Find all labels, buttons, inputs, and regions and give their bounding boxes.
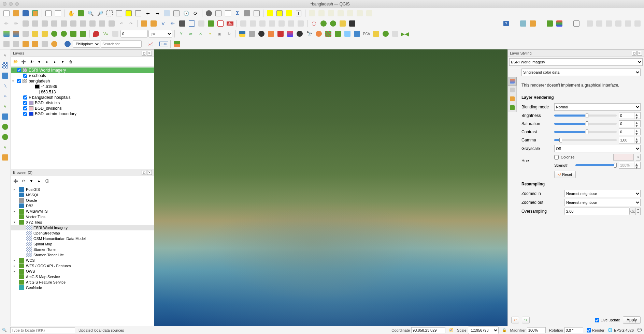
modify-attrs-button[interactable] — [69, 19, 78, 28]
layer-row[interactable]: ▾ESRI World Imagery — [11, 67, 154, 73]
layer-row[interactable]: ▾bangladesh — [11, 78, 154, 84]
resampling-tab[interactable] — [508, 103, 517, 112]
plugin-g2[interactable] — [257, 29, 266, 38]
browser-tree[interactable]: ▸PostGISMSSQLOracleDB2▸WMS/WMTSVector Ti… — [11, 186, 154, 326]
layer-row[interactable]: BGD_divisions — [11, 106, 154, 111]
plugin-g1[interactable] — [247, 29, 256, 38]
add-delimited-button[interactable] — [216, 19, 225, 28]
browser-close-button[interactable]: ✕ — [147, 170, 152, 175]
oversampling-clear-button[interactable]: ⌫ — [630, 208, 636, 215]
render-toggle[interactable]: Render — [587, 327, 604, 333]
layer-visibility-checkbox[interactable] — [23, 95, 27, 100]
ors-tools-button[interactable] — [348, 19, 357, 28]
topo-2-button[interactable]: ≫ — [186, 29, 195, 38]
browser-row[interactable]: ▸OWS — [11, 269, 154, 274]
snap-unit-select[interactable]: px — [148, 30, 172, 37]
label-toolbar-7[interactable] — [365, 9, 374, 18]
styling-redo-button[interactable]: ↷ — [522, 317, 530, 323]
plugin-g15[interactable] — [381, 29, 390, 38]
plugin-d-button[interactable] — [555, 19, 564, 28]
delimited-text-button[interactable]: 9, — [1, 81, 10, 90]
measure-angle-button[interactable] — [252, 9, 261, 18]
oversampling-down[interactable]: ▼ — [636, 211, 640, 215]
shape-digitize-2[interactable] — [248, 19, 257, 28]
colors-button[interactable] — [173, 40, 182, 48]
add-label-button[interactable]: abc — [226, 19, 234, 28]
topo-3-button[interactable]: ✕ — [196, 29, 205, 38]
db-5-button[interactable] — [40, 40, 49, 48]
map-canvas[interactable] — [154, 49, 507, 326]
browser-row[interactable]: ▾XYZ Tiles — [11, 219, 154, 225]
save-edits-button[interactable] — [21, 19, 30, 28]
layer-visibility-checkbox[interactable] — [17, 68, 21, 72]
select-features-button[interactable] — [266, 9, 274, 18]
colorize-checkbox[interactable] — [554, 155, 559, 160]
raster-layer-button[interactable] — [1, 61, 10, 70]
browser-refresh-button[interactable]: ⟳ — [20, 178, 27, 184]
layers-open-button[interactable]: 📂 — [12, 58, 19, 65]
vector-layer-button[interactable]: V — [1, 51, 10, 60]
help-button[interactable]: ? — [502, 19, 511, 28]
styling-undo-button[interactable]: ↶ — [511, 317, 519, 323]
identify-button[interactable] — [204, 9, 213, 18]
pan-to-selection-button[interactable] — [76, 9, 85, 18]
shape-digitize-6[interactable] — [287, 19, 296, 28]
layer-visibility-checkbox[interactable] — [23, 74, 27, 78]
plugin-g6[interactable] — [295, 29, 304, 38]
plugin-g16[interactable] — [391, 29, 400, 38]
plugin-g17[interactable]: ▶◀ — [400, 29, 409, 38]
styling-undock-button[interactable]: ◻ — [632, 51, 636, 56]
strength-slider[interactable] — [575, 164, 617, 166]
symbology-tab[interactable] — [508, 77, 517, 86]
label-toolbar-5[interactable] — [346, 9, 355, 18]
plugin-g13[interactable]: PCA — [362, 29, 371, 38]
strength-spin[interactable]: ▲▼ — [619, 162, 641, 169]
oversampling-up[interactable]: ▲ — [636, 208, 640, 211]
edc-button[interactable]: EDC — [159, 40, 168, 48]
cut-features-button[interactable] — [88, 19, 97, 28]
layers-filter-button[interactable]: ▼ — [36, 58, 43, 65]
browser-row[interactable]: DB2 — [11, 203, 154, 209]
redo-button[interactable]: ↷ — [126, 19, 135, 28]
layers-manage-visibility-button[interactable]: 👁 — [28, 58, 35, 65]
browser-undock-button[interactable]: ◻ — [142, 170, 146, 175]
interpolation-1-button[interactable] — [2, 29, 11, 38]
search-input[interactable] — [101, 40, 142, 48]
blend-mode-select[interactable]: Normal — [554, 103, 641, 111]
layer-row[interactable]: schools — [11, 73, 154, 78]
current-edits-button[interactable]: ✏ — [2, 19, 11, 28]
label-toolbar-1[interactable] — [307, 9, 316, 18]
browser-row[interactable]: Oracle — [11, 198, 154, 203]
plugin-b-button[interactable] — [528, 19, 537, 28]
browser-collapse-button[interactable]: ▸ — [36, 178, 43, 184]
browser-row[interactable]: ▸WMS/WMTS — [11, 209, 154, 214]
rotation-input[interactable] — [564, 327, 583, 333]
close-window-button[interactable] — [3, 2, 6, 6]
pan-map-button[interactable]: ✋ — [67, 9, 76, 18]
zoom-native-button[interactable] — [105, 9, 114, 18]
zoom-last-button[interactable]: ⬅ — [143, 9, 152, 18]
browser-row[interactable]: ▸WCS — [11, 258, 154, 263]
copy-features-button[interactable] — [98, 19, 106, 28]
plugin-c-button[interactable] — [545, 19, 554, 28]
plugin-g14[interactable] — [372, 29, 381, 38]
zoom-in-button[interactable]: 🔍 — [86, 9, 95, 18]
zoom-window-button[interactable] — [15, 2, 19, 6]
layer-row[interactable]: BGD_districts — [11, 100, 154, 106]
raster-tool-2[interactable] — [40, 29, 49, 38]
measure-button[interactable] — [243, 9, 252, 18]
shape-digitize-3[interactable] — [258, 19, 267, 28]
add-mesh-button[interactable] — [197, 19, 206, 28]
wms-button[interactable] — [1, 122, 10, 131]
label-toolbar-2[interactable] — [317, 9, 326, 18]
magnifier-input[interactable] — [527, 327, 546, 333]
browser-row[interactable]: ▸WFS / OGC API - Features — [11, 263, 154, 269]
topo-5-button[interactable]: ▣ — [215, 29, 224, 38]
db-2-button[interactable] — [12, 40, 20, 48]
browser-row[interactable]: GeoNode — [11, 285, 154, 290]
wcs-button[interactable] — [1, 133, 10, 141]
browser-row[interactable]: Stamen Toner Lite — [11, 252, 154, 258]
add-raster-button[interactable] — [206, 19, 215, 28]
toggle-editing-button[interactable]: ✏ — [12, 19, 20, 28]
zoom-full-button[interactable] — [115, 9, 124, 18]
